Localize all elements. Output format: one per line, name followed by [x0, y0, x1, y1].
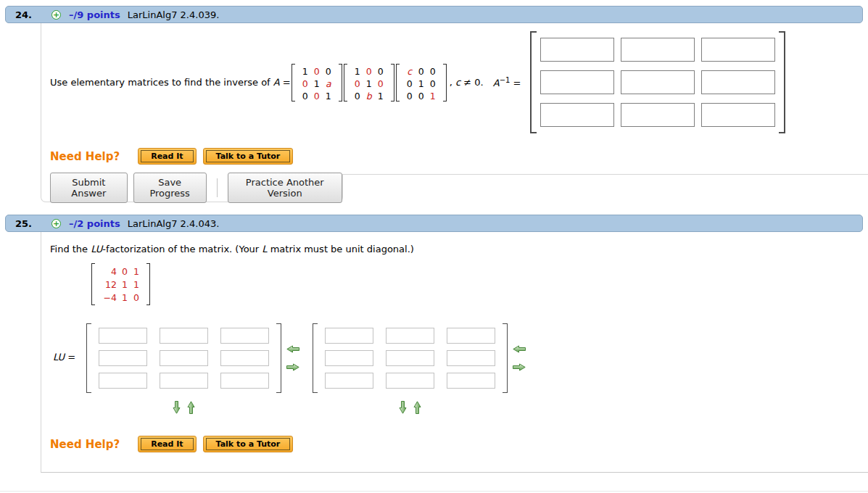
prompt-segment: Find the — [50, 244, 91, 254]
matrix-answer-input[interactable] — [621, 38, 695, 62]
given-matrix-3: c00 010 001 — [396, 64, 447, 102]
talk-to-tutor-button-label: Talk to a Tutor — [206, 438, 291, 450]
matrix-answer-input[interactable] — [99, 373, 147, 389]
matrix-answer-input[interactable] — [540, 103, 614, 127]
lu-answer-section: LU = — [50, 323, 868, 414]
matrix-entry: 0 — [299, 90, 311, 102]
talk-to-tutor-button[interactable]: Talk to a Tutor — [203, 436, 294, 452]
matrix-answer-input[interactable] — [325, 328, 373, 344]
read-it-button-label: Read It — [141, 438, 193, 450]
prompt-text: Use elementary matrices to find the inve… — [50, 77, 291, 88]
page-bottom-divider — [0, 491, 868, 492]
prompt-segment: Use elementary matrices to find the inve… — [50, 77, 273, 88]
given-matrix-2: 100 010 0b1 — [344, 64, 394, 102]
matrix-entry: 4 — [99, 265, 117, 278]
add-row-down-arrow-icon[interactable] — [399, 401, 407, 414]
source-label: LarLinAlg7 2.4.043. — [128, 218, 220, 229]
question-25: 25. + –/2 points LarLinAlg7 2.4.043. Fin… — [0, 215, 868, 473]
prompt-segment: -factorization of the matrix. (Your — [102, 244, 262, 254]
matrix-answer-input[interactable] — [325, 373, 373, 389]
l-matrix-assembly — [86, 323, 299, 414]
button-divider — [217, 178, 218, 197]
add-row-down-arrow-icon[interactable] — [173, 401, 181, 414]
question-number: 24. — [15, 9, 32, 20]
read-it-button-label: Read It — [141, 150, 193, 162]
matrix-entry: 1 — [427, 90, 439, 102]
matrix-entry: 0 — [404, 90, 416, 102]
remove-column-left-arrow-icon[interactable] — [286, 345, 299, 353]
matrix-entry: 1 — [119, 278, 131, 291]
matrix-answer-input[interactable] — [325, 350, 373, 366]
matrix-answer-input[interactable] — [160, 350, 208, 366]
matrix-entry: 1 — [352, 65, 363, 78]
matrix-answer-input[interactable] — [99, 328, 147, 344]
left-bracket — [313, 323, 318, 393]
given-matrix: 401 1211 −410 — [91, 263, 150, 305]
remove-row-up-arrow-icon[interactable] — [413, 401, 421, 414]
matrix-answer-input[interactable] — [540, 38, 614, 62]
matrix-entry: b — [363, 90, 375, 102]
save-progress-button[interactable]: Save Progress — [133, 173, 207, 203]
matrix-answer-input[interactable] — [701, 103, 775, 127]
matrix-answer-input[interactable] — [220, 350, 269, 366]
footer-border-line — [343, 174, 868, 175]
add-column-right-arrow-icon[interactable] — [286, 363, 299, 371]
matrix-entry: 1 — [363, 78, 375, 90]
matrix-answer-input[interactable] — [447, 328, 495, 344]
matrix-entry: 0 — [416, 90, 427, 102]
question-25-statement: Find the LU-factorization of the matrix.… — [50, 244, 868, 254]
matrix-answer-input[interactable] — [220, 373, 269, 389]
matrix-answer-input[interactable] — [621, 103, 695, 127]
matrix-entry: 0 — [404, 78, 416, 90]
points-label: –/9 points — [69, 9, 120, 20]
lu-term: LU — [53, 352, 65, 362]
need-help-label: Need Help? — [50, 150, 120, 163]
matrix-answer-input[interactable] — [99, 350, 147, 366]
matrix-entry: 0 — [323, 65, 334, 78]
matrix-answer-input[interactable] — [386, 328, 434, 344]
remove-row-up-arrow-icon[interactable] — [187, 401, 195, 414]
matrix-answer-input[interactable] — [540, 70, 614, 94]
need-help-section: Need Help? Read It Talk to a Tutor — [50, 148, 868, 165]
answer-matrix — [530, 31, 785, 133]
right-bracket — [503, 323, 508, 393]
source-label: LarLinAlg7 2.4.039. — [128, 9, 220, 20]
left-bracket — [86, 323, 91, 393]
matrix-entry: 0 — [352, 78, 363, 90]
read-it-button[interactable]: Read It — [138, 436, 196, 452]
matrix-entry: 1 — [299, 65, 311, 78]
equals-sign: = — [510, 78, 521, 88]
matrix-answer-input[interactable] — [386, 373, 434, 389]
variable-a: A — [273, 77, 280, 88]
need-help-section: Need Help? Read It Talk to a Tutor — [50, 436, 868, 452]
lu-equals-label: LU = — [53, 323, 75, 362]
talk-to-tutor-button[interactable]: Talk to a Tutor — [203, 148, 294, 165]
remove-column-left-arrow-icon[interactable] — [513, 345, 526, 353]
expand-plus-icon[interactable]: + — [51, 10, 61, 20]
matrix-answer-input[interactable] — [160, 373, 208, 389]
matrix-answer-input[interactable] — [220, 328, 269, 344]
add-column-right-arrow-icon[interactable] — [513, 363, 526, 371]
matrix-answer-input[interactable] — [621, 70, 695, 94]
matrix-answer-input[interactable] — [447, 373, 495, 389]
question-24-body: Use elementary matrices to find the inve… — [41, 23, 868, 174]
matrix-answer-input[interactable] — [701, 38, 775, 62]
practice-another-version-button[interactable]: Practice Another Version — [228, 173, 342, 203]
read-it-button[interactable]: Read It — [138, 148, 196, 165]
right-bracket — [146, 263, 150, 305]
equals-sign: = — [280, 77, 291, 88]
submit-answer-button[interactable]: Submit Answer — [50, 173, 128, 203]
matrix-answer-input[interactable] — [386, 350, 434, 366]
matrix-entry: 1 — [131, 278, 142, 291]
matrix-answer-input[interactable] — [701, 70, 775, 94]
right-bracket — [779, 31, 785, 133]
question-24: 24. + –/9 points LarLinAlg7 2.4.039. Use… — [0, 6, 868, 202]
expand-plus-icon[interactable]: + — [51, 219, 61, 228]
matrix-entry: 0 — [363, 65, 375, 78]
matrix-answer-input[interactable] — [447, 350, 495, 366]
matrix-entry: 1 — [416, 78, 427, 90]
matrix-entry: 0 — [299, 78, 311, 90]
matrix-answer-input[interactable] — [160, 328, 208, 344]
question-number: 25. — [15, 218, 32, 229]
talk-to-tutor-button-label: Talk to a Tutor — [206, 150, 291, 162]
